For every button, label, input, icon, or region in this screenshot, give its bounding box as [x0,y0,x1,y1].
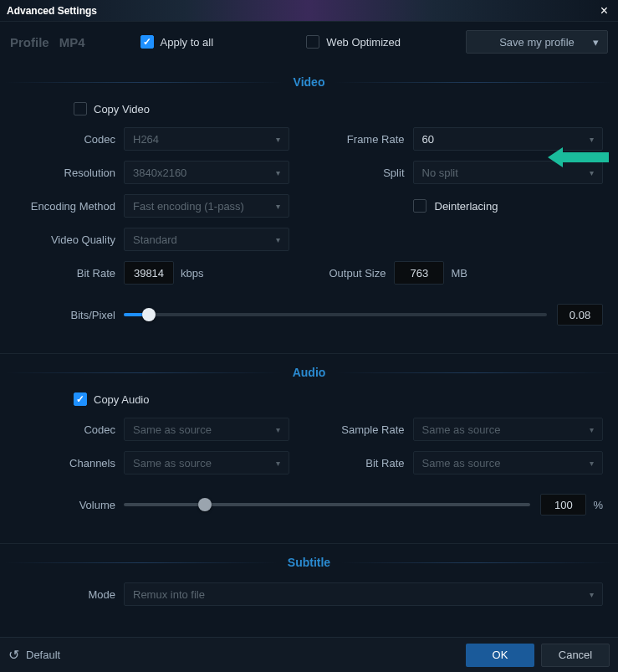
bpp-slider[interactable] [124,313,547,316]
samplerate-label: Sample Rate [329,423,413,436]
caret-down-icon: ▾ [590,135,594,144]
caret-down-icon: ▾ [276,235,280,244]
volume-row: Volume 100 % [15,493,603,516]
profile-label: Profile [10,35,49,49]
caret-down-icon: ▾ [276,135,280,144]
caret-down-icon: ▾ [276,202,280,211]
web-optimized-label: Web Optimized [326,36,401,49]
copy-video-checkbox[interactable]: Copy Video [74,102,603,115]
close-icon[interactable]: × [597,3,611,18]
caret-down-icon: ▾ [590,425,594,434]
web-optimized-checkbox[interactable]: Web Optimized [306,35,401,49]
audio-codec-select[interactable]: Same as source ▾ [124,418,289,441]
split-label: Split [329,167,413,179]
caret-down-icon: ▾ [276,459,280,468]
channels-select[interactable]: Same as source ▾ [124,451,289,475]
default-button[interactable]: ↺ Default [8,647,60,663]
subtitle-mode-label: Mode [15,588,124,601]
bitrate-unit: kbps [181,267,203,280]
bits-pixel-row: Bits/Pixel 0.08 [15,303,603,326]
output-unit: MB [451,267,467,280]
checkbox-icon [413,199,426,213]
caret-down-icon: ▾ [590,590,594,599]
audio-group: Copy Audio Codec Same as source ▾ Channe… [0,392,618,531]
save-profile-label: Save my profile [499,36,575,49]
copy-audio-checkbox[interactable]: Copy Audio [74,392,603,406]
deinterlacing-checkbox[interactable]: Deinterlacing [413,199,498,213]
quality-label: Video Quality [15,233,124,246]
resolution-label: Resolution [15,167,124,179]
subtitle-group: Mode Remux into file ▾ [0,582,618,623]
bitrate-label: Bit Rate [15,267,124,280]
video-section-title: Video [294,75,325,89]
window-title: Advanced Settings [7,5,597,17]
checkbox-icon [306,35,319,49]
subtitle-section-header: Subtitle [0,556,618,569]
slider-thumb[interactable] [142,308,156,321]
titlebar: Advanced Settings × [0,0,618,22]
video-codec-select[interactable]: H264 ▾ [124,127,289,151]
cancel-button[interactable]: Cancel [541,644,610,667]
default-label: Default [26,649,60,661]
video-quality-select[interactable]: Standard ▾ [124,228,289,251]
audio-section-title: Audio [293,366,326,379]
caret-down-icon: ▾ [276,425,280,434]
volume-value[interactable]: 100 [540,494,586,516]
deinterlacing-label: Deinterlacing [435,200,498,213]
checkbox-icon [74,392,87,406]
undo-icon: ↺ [8,647,19,663]
codec-label: Codec [15,133,124,146]
output-size-input[interactable]: 763 [394,261,444,285]
volume-unit: % [593,499,603,511]
video-section-header: Video [0,75,618,89]
caret-down-icon: ▾ [593,36,599,49]
apply-to-all-label: Apply to all [161,36,214,49]
subtitle-mode-select[interactable]: Remux into file ▾ [124,582,603,606]
volume-slider[interactable] [124,503,530,506]
checkbox-icon [74,102,87,115]
footer: ↺ Default OK Cancel [0,637,618,672]
audio-section-header: Audio [0,366,618,379]
channels-label: Channels [15,457,124,469]
copy-video-label: Copy Video [94,103,150,115]
copy-audio-label: Copy Audio [94,393,150,406]
video-bitrate-input[interactable]: 39814 [124,261,174,285]
encoding-label: Encoding Method [15,200,124,213]
bpp-value[interactable]: 0.08 [557,304,603,326]
output-size-label: Output Size [329,267,386,280]
samplerate-select[interactable]: Same as source ▾ [413,418,604,441]
audio-bitrate-label: Bit Rate [329,457,413,469]
save-profile-dropdown[interactable]: Save my profile ▾ [466,30,608,54]
ok-button[interactable]: OK [466,644,534,667]
audio-codec-label: Codec [15,423,124,436]
top-row: Profile MP4 Apply to all Web Optimized S… [0,22,618,69]
bpp-label: Bits/Pixel [15,309,124,321]
split-select[interactable]: No split ▾ [413,161,604,184]
caret-down-icon: ▾ [590,168,594,177]
framerate-select[interactable]: 60 ▾ [413,127,604,151]
encoding-method-select[interactable]: Fast encoding (1-pass) ▾ [124,194,289,218]
slider-thumb[interactable] [198,498,212,511]
subtitle-section-title: Subtitle [288,556,330,569]
caret-down-icon: ▾ [590,459,594,468]
video-group: Copy Video Codec H264 ▾ Resolution 3840x… [0,102,618,341]
framerate-label: Frame Rate [329,133,413,146]
checkbox-icon [140,35,154,49]
caret-down-icon: ▾ [276,168,280,177]
volume-label: Volume [15,499,124,511]
audio-bitrate-select[interactable]: Same as source ▾ [413,451,604,475]
apply-to-all-checkbox[interactable]: Apply to all [140,35,214,49]
profile-value: MP4 [59,35,85,49]
resolution-select[interactable]: 3840x2160 ▾ [124,161,289,184]
